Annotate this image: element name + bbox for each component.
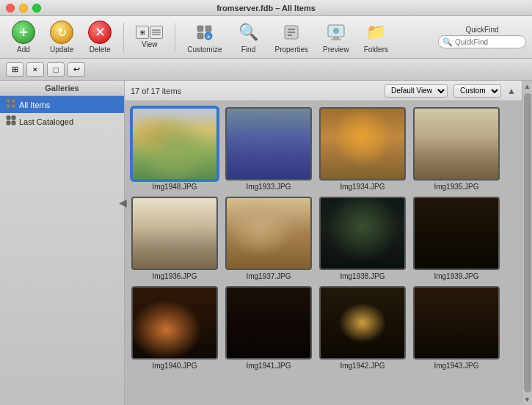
sidebar-item-all-items-label: All Items [19,101,50,109]
svg-rect-14 [7,99,10,103]
thumb-img1935 [415,109,498,179]
delete-button[interactable]: ✕ Delete [82,18,117,56]
grid-thumb-img1940 [131,286,218,360]
grid-label-img1937: Img1937.JPG [246,272,291,280]
view-icon: ⊞ [136,26,163,39]
grid-label-img1948: Img1948.JPG [152,183,197,191]
scroll-thumb[interactable] [524,93,531,393]
grid-row-1: Img1936.JPG Img1937.JPG Img1938.JPG [131,197,516,280]
thumb-img1934 [321,109,404,179]
close-button[interactable] [6,4,15,12]
thumb-img1938 [321,198,404,269]
toolbar2-btn2[interactable]: ✕ [26,62,44,77]
sidebar-item-last-cataloged[interactable]: Last Cataloged [0,113,124,130]
view-grid-icon: ⊞ [136,26,149,39]
scroll-up-btn[interactable]: ▲ [524,82,531,90]
folders-button[interactable]: 📁 Folders [358,18,394,56]
grid-item-img1939[interactable]: Img1939.JPG [412,197,500,280]
grid-label-img1942: Img1942.JPG [340,362,385,370]
toolbar2-btn3[interactable]: □ [47,62,65,77]
grid-item-img1941[interactable]: Img1941.JPG [225,286,313,370]
thumb-img1948 [133,109,216,179]
svg-rect-2 [197,33,203,39]
grid-area: Img1948.JPG Img1933.JPG Img1934.JPG [125,101,522,405]
svg-rect-15 [12,99,15,103]
grid-row-0: Img1948.JPG Img1933.JPG Img1934.JPG [131,107,516,191]
svg-rect-20 [7,121,10,125]
grid-item-img1933[interactable]: Img1933.JPG [225,107,313,191]
grid-label-img1935: Img1935.JPG [434,183,478,191]
thumb-img1941 [227,288,310,358]
add-button[interactable]: + Add [6,18,41,56]
svg-rect-18 [7,116,10,120]
customize-button[interactable]: + Customize [181,18,227,56]
view-list-icon [150,26,163,39]
item-count: 17 of 17 items [131,87,379,95]
separator-2 [175,23,175,52]
properties-icon [280,21,303,44]
separator-1 [123,23,124,52]
grid-thumb-img1935 [413,107,500,180]
folders-label: Folders [364,45,388,54]
scroll-up-arrow[interactable]: ▲ [507,86,516,96]
grid-item-img1942[interactable]: Img1942.JPG [318,286,407,370]
quickfind-area: QuickFind 🔍 [438,26,526,48]
grid-label-img1940: Img1940.JPG [152,362,197,370]
grid-label-img1936: Img1936.JPG [152,272,197,280]
preview-button[interactable]: Preview [317,18,355,56]
grid-item-img1943[interactable]: Img1943.JPG [412,286,500,370]
toolbar2: ⊞ ✕ □ ↩ [0,59,532,81]
grid-thumb-img1943 [413,286,500,360]
grid-item-img1940[interactable]: Img1940.JPG [131,286,219,370]
grid-item-img1937[interactable]: Img1937.JPG [225,197,313,280]
thumb-img1943 [415,288,498,358]
sidebar: Galleries All Items L [0,81,125,405]
view-label: View [142,40,158,48]
grid-item-img1936[interactable]: Img1936.JPG [131,197,219,280]
grid-item-img1938[interactable]: Img1938.JPG [318,197,407,280]
grid-thumb-img1933 [225,107,312,180]
maximize-button[interactable] [32,4,41,12]
find-button[interactable]: 🔍 Find [231,18,266,56]
grid-item-img1948[interactable]: Img1948.JPG [131,107,219,191]
update-button[interactable]: ↻ Update [44,18,79,56]
folders-icon: 📁 [364,21,387,44]
quickfind-wrapper: QuickFind 🔍 [438,26,526,48]
scroll-down-btn[interactable]: ▼ [524,395,531,404]
toolbar: + Add ↻ Update ✕ Delete ⊞ View [0,16,532,59]
delete-icon: ✕ [88,21,112,44]
properties-button[interactable]: Properties [269,18,315,56]
thumb-img1936 [133,198,216,269]
toolbar2-btn4[interactable]: ↩ [68,62,85,77]
grid-thumb-img1941 [225,286,312,360]
thumb-img1939 [415,198,498,269]
minimize-button[interactable] [19,4,28,12]
properties-label: Properties [275,45,309,54]
grid-label-img1943: Img1943.JPG [434,362,478,370]
preview-icon [324,21,348,44]
quickfind-label: QuickFind [465,26,498,34]
default-view-select[interactable]: Default View [385,84,448,98]
toolbar2-btn1[interactable]: ⊞ [6,62,23,77]
grid-label-img1941: Img1941.JPG [246,362,291,370]
quickfind-search-icon: 🔍 [442,37,453,47]
grid-label-img1938: Img1938.JPG [340,272,385,280]
main-area: Galleries All Items L [0,81,532,405]
add-label: Add [17,45,30,54]
update-icon: ↻ [50,21,73,44]
preview-label: Preview [323,45,349,54]
svg-rect-21 [12,121,15,125]
scrollbar[interactable]: ▲ ▼ [522,81,532,405]
grid-item-img1934[interactable]: Img1934.JPG [318,107,407,191]
window-title: fromserver.fdb – All Items [216,4,316,12]
grid-label-img1939: Img1939.JPG [434,272,478,280]
sidebar-header: Galleries [0,81,124,96]
grid-thumb-img1936 [131,197,218,270]
grid-item-img1935[interactable]: Img1935.JPG [412,107,500,191]
custom-view-select[interactable]: Custom [453,84,501,98]
sidebar-item-all-items[interactable]: All Items [0,96,124,113]
quickfind-field-wrapper: 🔍 [438,35,526,48]
view-button[interactable]: ⊞ View [130,23,169,51]
svg-rect-11 [333,37,339,39]
sidebar-collapse-arrow[interactable]: ◀ [119,197,127,208]
